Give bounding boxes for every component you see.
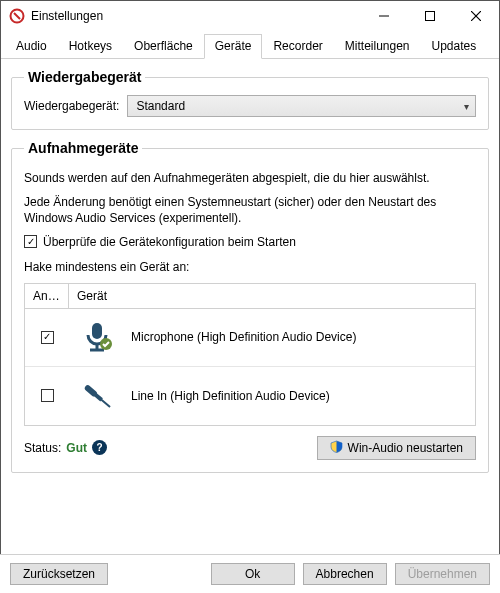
status-value: Gut bbox=[66, 441, 87, 455]
tab-hotkeys[interactable]: Hotkeys bbox=[58, 34, 123, 59]
device-label: Line In (High Definition Audio Device) bbox=[125, 385, 475, 407]
ok-button[interactable]: Ok bbox=[211, 563, 295, 585]
device-enable-checkbox[interactable] bbox=[41, 389, 54, 402]
microphone-icon bbox=[69, 317, 125, 357]
recording-intro: Sounds werden auf den Aufnahmegeräten ab… bbox=[24, 170, 476, 186]
cancel-button-label: Abbrechen bbox=[316, 567, 374, 581]
cancel-button[interactable]: Abbrechen bbox=[303, 563, 387, 585]
tab-recorder[interactable]: Recorder bbox=[262, 34, 333, 59]
tab-bar: Audio Hotkeys Oberfläche Geräte Recorder… bbox=[1, 33, 499, 59]
help-icon[interactable]: ? bbox=[92, 440, 107, 455]
restart-win-audio-button[interactable]: Win-Audio neustarten bbox=[317, 436, 476, 460]
playback-device-label: Wiedergabegerät: bbox=[24, 99, 119, 113]
device-row[interactable]: Line In (High Definition Audio Device) bbox=[25, 367, 475, 425]
device-row[interactable]: ✓ Microphone (High Definition Audio Devi… bbox=[25, 309, 475, 367]
window-maximize-button[interactable] bbox=[407, 1, 453, 31]
ok-button-label: Ok bbox=[245, 567, 260, 581]
svg-rect-5 bbox=[92, 323, 102, 339]
verify-config-label: Überprüfe die Gerätekonfiguration beim S… bbox=[43, 235, 296, 249]
svg-rect-2 bbox=[426, 12, 435, 21]
device-enable-checkbox[interactable]: ✓ bbox=[41, 331, 54, 344]
group-playback: Wiedergabegerät Wiedergabegerät: Standar… bbox=[11, 69, 489, 130]
group-recording: Aufnahmegeräte Sounds werden auf den Auf… bbox=[11, 140, 489, 473]
recording-note: Jede Änderung benötigt einen Systemneust… bbox=[24, 194, 476, 226]
group-playback-legend: Wiedergabegerät bbox=[24, 69, 145, 85]
tab-geraete[interactable]: Geräte bbox=[204, 34, 263, 59]
status-label: Status: bbox=[24, 441, 61, 455]
device-table: An… Gerät ✓ Microphone bbox=[24, 283, 476, 426]
playback-device-value: Standard bbox=[136, 99, 185, 113]
tab-oberflaeche[interactable]: Oberfläche bbox=[123, 34, 204, 59]
svg-rect-11 bbox=[100, 398, 110, 407]
window-minimize-button[interactable] bbox=[361, 1, 407, 31]
tab-mitteilungen[interactable]: Mitteilungen bbox=[334, 34, 421, 59]
apply-button[interactable]: Übernehmen bbox=[395, 563, 490, 585]
titlebar: Einstellungen bbox=[1, 1, 499, 31]
reset-button-label: Zurücksetzen bbox=[23, 567, 95, 581]
dialog-footer: Zurücksetzen Ok Abbrechen Übernehmen bbox=[0, 554, 500, 593]
column-device-header[interactable]: Gerät bbox=[69, 284, 475, 308]
window-title: Einstellungen bbox=[31, 9, 361, 23]
reset-button[interactable]: Zurücksetzen bbox=[10, 563, 108, 585]
shield-icon bbox=[330, 440, 343, 456]
window-close-button[interactable] bbox=[453, 1, 499, 31]
restart-win-audio-label: Win-Audio neustarten bbox=[348, 441, 463, 455]
tab-updates[interactable]: Updates bbox=[421, 34, 488, 59]
line-in-icon bbox=[69, 375, 125, 417]
playback-device-combobox[interactable]: Standard ▾ bbox=[127, 95, 476, 117]
chevron-down-icon: ▾ bbox=[464, 101, 469, 112]
device-label: Microphone (High Definition Audio Device… bbox=[125, 326, 475, 348]
device-list-hint: Hake mindestens ein Gerät an: bbox=[24, 259, 476, 275]
apply-button-label: Übernehmen bbox=[408, 567, 477, 581]
tab-audio[interactable]: Audio bbox=[5, 34, 58, 59]
column-enabled-header[interactable]: An… bbox=[25, 284, 69, 308]
device-table-header: An… Gerät bbox=[25, 284, 475, 309]
app-icon bbox=[9, 8, 25, 24]
group-recording-legend: Aufnahmegeräte bbox=[24, 140, 142, 156]
verify-config-checkbox[interactable]: ✓ bbox=[24, 235, 37, 248]
